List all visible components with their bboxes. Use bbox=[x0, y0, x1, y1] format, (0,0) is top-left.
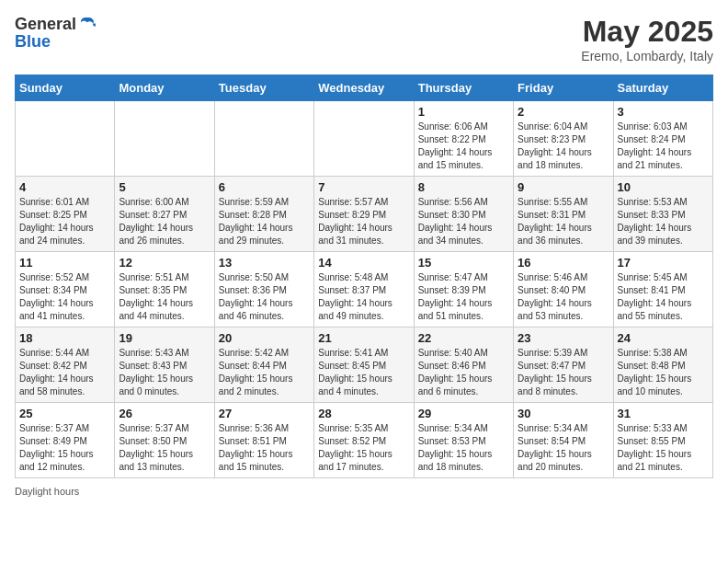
day-info: Sunrise: 5:57 AM Sunset: 8:29 PM Dayligh… bbox=[318, 196, 409, 247]
day-number: 30 bbox=[518, 407, 609, 420]
day-number: 7 bbox=[318, 180, 409, 194]
day-info: Sunrise: 5:48 AM Sunset: 8:37 PM Dayligh… bbox=[318, 271, 409, 323]
calendar-cell: 13Sunrise: 5:50 AM Sunset: 8:36 PM Dayli… bbox=[214, 252, 313, 327]
calendar-cell: 31Sunrise: 5:33 AM Sunset: 8:55 PM Dayli… bbox=[613, 403, 712, 478]
calendar-cell bbox=[16, 101, 115, 177]
day-info: Sunrise: 5:43 AM Sunset: 8:43 PM Dayligh… bbox=[119, 347, 210, 398]
day-info: Sunrise: 5:56 AM Sunset: 8:30 PM Dayligh… bbox=[418, 196, 509, 247]
day-number: 17 bbox=[618, 256, 709, 270]
calendar-cell: 25Sunrise: 5:37 AM Sunset: 8:49 PM Dayli… bbox=[16, 403, 115, 478]
calendar-cell: 9Sunrise: 5:55 AM Sunset: 8:31 PM Daylig… bbox=[514, 177, 613, 252]
day-info: Sunrise: 5:35 AM Sunset: 8:52 PM Dayligh… bbox=[318, 422, 409, 474]
day-number: 28 bbox=[318, 407, 409, 420]
day-info: Sunrise: 5:44 AM Sunset: 8:42 PM Dayligh… bbox=[19, 347, 110, 398]
day-info: Sunrise: 5:52 AM Sunset: 8:34 PM Dayligh… bbox=[19, 271, 110, 323]
day-info: Sunrise: 6:03 AM Sunset: 8:24 PM Dayligh… bbox=[618, 121, 709, 172]
calendar-cell: 14Sunrise: 5:48 AM Sunset: 8:37 PM Dayli… bbox=[314, 252, 414, 327]
day-of-week-header: Saturday bbox=[613, 75, 712, 101]
calendar-cell: 21Sunrise: 5:41 AM Sunset: 8:45 PM Dayli… bbox=[314, 327, 414, 403]
day-number: 8 bbox=[418, 180, 509, 194]
day-info: Sunrise: 6:00 AM Sunset: 8:27 PM Dayligh… bbox=[119, 196, 210, 247]
calendar-cell: 6Sunrise: 5:59 AM Sunset: 8:28 PM Daylig… bbox=[214, 177, 313, 252]
title-area: May 2025 Eremo, Lombardy, Italy bbox=[581, 15, 713, 63]
day-number: 1 bbox=[418, 105, 509, 119]
day-number: 24 bbox=[618, 331, 709, 345]
day-of-week-header: Tuesday bbox=[214, 75, 313, 101]
day-number: 3 bbox=[618, 105, 709, 119]
logo-blue: Blue bbox=[15, 33, 97, 50]
day-number: 11 bbox=[19, 256, 110, 270]
day-number: 2 bbox=[518, 105, 609, 119]
calendar-cell: 12Sunrise: 5:51 AM Sunset: 8:35 PM Dayli… bbox=[115, 252, 214, 327]
calendar-cell: 20Sunrise: 5:42 AM Sunset: 8:44 PM Dayli… bbox=[214, 327, 313, 403]
day-number: 31 bbox=[618, 407, 709, 420]
logo-general: General bbox=[15, 16, 76, 32]
header: General Blue May 2025 Eremo, Lombardy, I… bbox=[15, 15, 713, 63]
calendar-cell: 18Sunrise: 5:44 AM Sunset: 8:42 PM Dayli… bbox=[16, 327, 115, 403]
calendar-cell: 7Sunrise: 5:57 AM Sunset: 8:29 PM Daylig… bbox=[314, 177, 414, 252]
day-number: 6 bbox=[219, 180, 310, 194]
day-info: Sunrise: 5:33 AM Sunset: 8:55 PM Dayligh… bbox=[618, 422, 709, 474]
calendar-cell: 27Sunrise: 5:36 AM Sunset: 8:51 PM Dayli… bbox=[214, 403, 313, 478]
day-info: Sunrise: 5:38 AM Sunset: 8:48 PM Dayligh… bbox=[618, 347, 709, 398]
day-info: Sunrise: 5:51 AM Sunset: 8:35 PM Dayligh… bbox=[119, 271, 210, 323]
day-info: Sunrise: 6:04 AM Sunset: 8:23 PM Dayligh… bbox=[518, 121, 609, 172]
day-info: Sunrise: 5:42 AM Sunset: 8:44 PM Dayligh… bbox=[219, 347, 310, 398]
calendar-cell: 5Sunrise: 6:00 AM Sunset: 8:27 PM Daylig… bbox=[115, 177, 214, 252]
day-number: 27 bbox=[219, 407, 310, 420]
calendar-cell: 28Sunrise: 5:35 AM Sunset: 8:52 PM Dayli… bbox=[314, 403, 414, 478]
day-number: 5 bbox=[119, 180, 210, 194]
day-info: Sunrise: 5:39 AM Sunset: 8:47 PM Dayligh… bbox=[518, 347, 609, 398]
day-info: Sunrise: 5:34 AM Sunset: 8:53 PM Dayligh… bbox=[418, 422, 509, 474]
calendar-week-row: 4Sunrise: 6:01 AM Sunset: 8:25 PM Daylig… bbox=[16, 177, 713, 252]
day-info: Sunrise: 5:59 AM Sunset: 8:28 PM Dayligh… bbox=[219, 196, 310, 247]
day-number: 26 bbox=[119, 407, 210, 420]
calendar-cell: 24Sunrise: 5:38 AM Sunset: 8:48 PM Dayli… bbox=[613, 327, 712, 403]
main-title: May 2025 bbox=[581, 15, 713, 49]
day-of-week-header: Friday bbox=[514, 75, 613, 101]
calendar-week-row: 11Sunrise: 5:52 AM Sunset: 8:34 PM Dayli… bbox=[16, 252, 713, 327]
day-info: Sunrise: 5:45 AM Sunset: 8:41 PM Dayligh… bbox=[618, 271, 709, 323]
logo: General Blue bbox=[15, 15, 97, 50]
day-number: 10 bbox=[618, 180, 709, 194]
day-info: Sunrise: 6:06 AM Sunset: 8:22 PM Dayligh… bbox=[418, 121, 509, 172]
calendar-cell: 11Sunrise: 5:52 AM Sunset: 8:34 PM Dayli… bbox=[16, 252, 115, 327]
day-info: Sunrise: 5:46 AM Sunset: 8:40 PM Dayligh… bbox=[518, 271, 609, 323]
calendar-cell: 22Sunrise: 5:40 AM Sunset: 8:46 PM Dayli… bbox=[414, 327, 513, 403]
day-of-week-header: Wednesday bbox=[314, 75, 414, 101]
day-info: Sunrise: 5:36 AM Sunset: 8:51 PM Dayligh… bbox=[219, 422, 310, 474]
day-of-week-header: Thursday bbox=[414, 75, 513, 101]
calendar-week-row: 1Sunrise: 6:06 AM Sunset: 8:22 PM Daylig… bbox=[16, 101, 713, 177]
calendar-week-row: 25Sunrise: 5:37 AM Sunset: 8:49 PM Dayli… bbox=[16, 403, 713, 478]
day-number: 4 bbox=[19, 180, 110, 194]
calendar-cell: 26Sunrise: 5:37 AM Sunset: 8:50 PM Dayli… bbox=[115, 403, 214, 478]
calendar: SundayMondayTuesdayWednesdayThursdayFrid… bbox=[15, 75, 713, 478]
calendar-cell: 17Sunrise: 5:45 AM Sunset: 8:41 PM Dayli… bbox=[613, 252, 712, 327]
day-number: 23 bbox=[518, 331, 609, 345]
day-of-week-header: Monday bbox=[115, 75, 214, 101]
calendar-cell: 8Sunrise: 5:56 AM Sunset: 8:30 PM Daylig… bbox=[414, 177, 513, 252]
day-number: 16 bbox=[518, 256, 609, 270]
day-number: 19 bbox=[119, 331, 210, 345]
calendar-week-row: 18Sunrise: 5:44 AM Sunset: 8:42 PM Dayli… bbox=[16, 327, 713, 403]
day-number: 13 bbox=[219, 256, 310, 270]
calendar-cell: 1Sunrise: 6:06 AM Sunset: 8:22 PM Daylig… bbox=[414, 101, 513, 177]
calendar-cell: 2Sunrise: 6:04 AM Sunset: 8:23 PM Daylig… bbox=[514, 101, 613, 177]
day-number: 25 bbox=[19, 407, 110, 420]
subtitle: Eremo, Lombardy, Italy bbox=[581, 49, 713, 63]
day-number: 18 bbox=[19, 331, 110, 345]
day-number: 15 bbox=[418, 256, 509, 270]
calendar-cell: 16Sunrise: 5:46 AM Sunset: 8:40 PM Dayli… bbox=[514, 252, 613, 327]
day-info: Sunrise: 6:01 AM Sunset: 8:25 PM Dayligh… bbox=[19, 196, 110, 247]
day-info: Sunrise: 5:50 AM Sunset: 8:36 PM Dayligh… bbox=[219, 271, 310, 323]
calendar-cell bbox=[214, 101, 313, 177]
day-number: 22 bbox=[418, 331, 509, 345]
day-number: 12 bbox=[119, 256, 210, 270]
day-info: Sunrise: 5:40 AM Sunset: 8:46 PM Dayligh… bbox=[418, 347, 509, 398]
day-number: 20 bbox=[219, 331, 310, 345]
footer-note: Daylight hours bbox=[15, 486, 713, 497]
logo-bird-icon bbox=[78, 15, 97, 33]
day-info: Sunrise: 5:37 AM Sunset: 8:50 PM Dayligh… bbox=[119, 422, 210, 474]
calendar-header-row: SundayMondayTuesdayWednesdayThursdayFrid… bbox=[16, 75, 713, 101]
day-info: Sunrise: 5:55 AM Sunset: 8:31 PM Dayligh… bbox=[518, 196, 609, 247]
